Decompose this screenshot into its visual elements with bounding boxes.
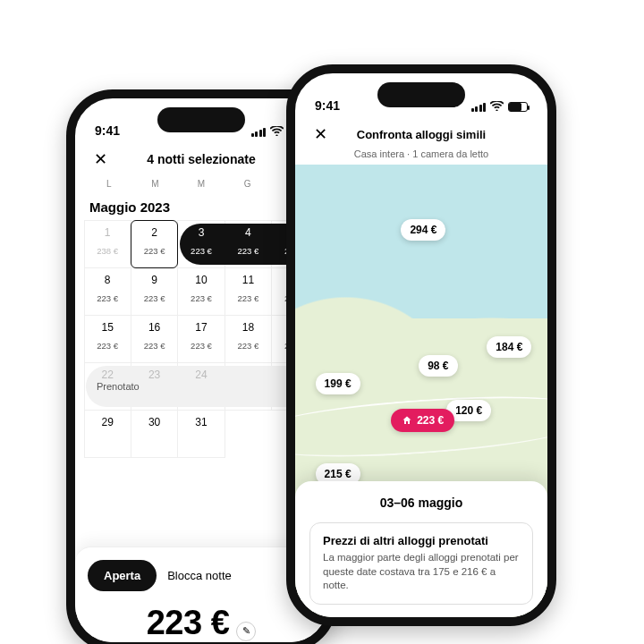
map-price-pin[interactable]: 184 €	[487, 336, 531, 358]
edit-price-icon[interactable]: ✎	[236, 622, 256, 641]
map-price-pin[interactable]: 294 €	[401, 219, 445, 241]
calendar-day[interactable]: 29	[84, 410, 131, 458]
card-title: Prezzi di altri alloggi prenotati	[323, 534, 520, 547]
home-icon	[402, 415, 412, 426]
segment-block[interactable]: Blocca notte	[167, 569, 232, 582]
signal-icon	[471, 103, 487, 112]
bottom-sheet: 03–06 maggio Prezzi di altri alloggi pre…	[295, 481, 547, 617]
map-price-pin-label: 223 €	[417, 414, 444, 427]
calendar-day[interactable]: 30	[131, 410, 178, 458]
phone-map: 9:41 ✕ Confronta alloggi simili Casa int…	[286, 64, 556, 626]
header-title: 4 notti selezionate	[120, 152, 283, 166]
calendar-day[interactable]: 9223 €	[131, 267, 178, 316]
calendar-day[interactable]: 18223 €	[225, 315, 272, 363]
status-time: 9:41	[315, 98, 340, 113]
signal-icon	[251, 128, 267, 137]
status-time: 9:41	[95, 123, 120, 138]
calendar-day[interactable]: 2223 €	[131, 220, 178, 268]
map-price-pin[interactable]: 98 €	[419, 355, 457, 377]
price-info-card[interactable]: Prezzi di altri alloggi prenotati La mag…	[309, 522, 533, 605]
battery-icon	[508, 102, 528, 112]
wifi-icon	[490, 101, 504, 113]
card-body: La maggior parte degli alloggi prenotati…	[323, 551, 520, 593]
sheet-date: 03–06 maggio	[309, 496, 533, 510]
wifi-icon	[270, 126, 284, 138]
segment-open[interactable]: Aperta	[88, 560, 157, 591]
calendar-day[interactable]: 11223 €	[225, 267, 272, 316]
map-area[interactable]: 294 € 199 € 98 € 184 € 120 € 215 € 125 €…	[295, 165, 547, 617]
close-icon[interactable]: ✕	[309, 123, 331, 145]
calendar-day[interactable]: 17223 €	[177, 315, 225, 363]
map-price-pin[interactable]: 199 €	[316, 373, 360, 394]
dynamic-island	[157, 107, 245, 132]
header-title: Confronta alloggi simili	[340, 128, 503, 141]
nightly-price: 223 €	[147, 604, 230, 642]
calendar-day[interactable]: 31	[177, 410, 225, 458]
calendar-day[interactable]: 15223 €	[84, 315, 131, 363]
map-price-pin-current[interactable]: 223 €	[391, 409, 454, 432]
header-subtitle: Casa intera · 1 camera da letto	[295, 148, 547, 159]
dynamic-island	[377, 82, 465, 107]
calendar-day[interactable]: 16223 €	[131, 315, 178, 363]
calendar-day[interactable]: 1238 €	[84, 220, 131, 268]
calendar-day[interactable]: 8223 €	[84, 267, 131, 316]
close-icon[interactable]: ✕	[89, 148, 111, 170]
calendar-day[interactable]: 10223 €	[177, 267, 225, 316]
